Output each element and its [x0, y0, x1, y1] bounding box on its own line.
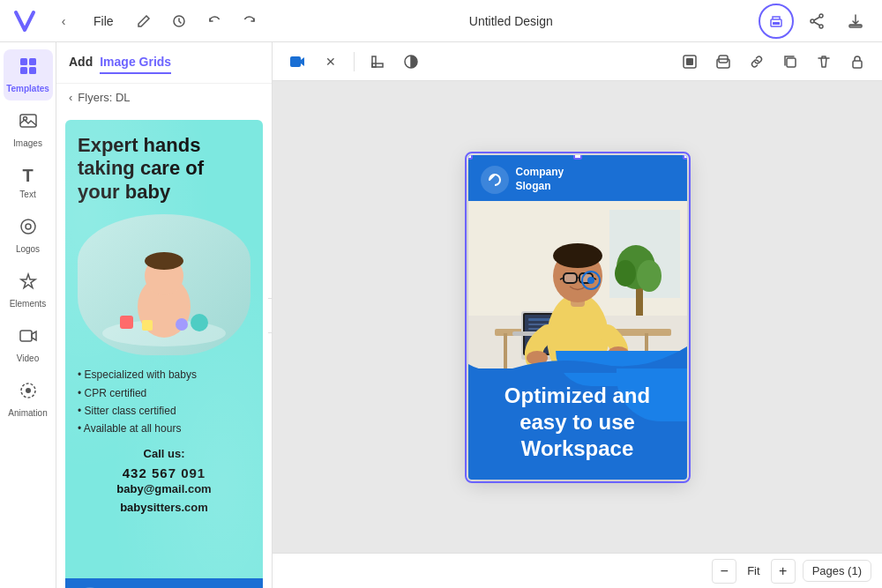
logos-icon — [19, 217, 38, 241]
text-icon: T — [22, 166, 33, 186]
undo-button[interactable] — [200, 7, 228, 35]
edit-icon-btn[interactable] — [130, 7, 158, 35]
handle-top-mid[interactable] — [573, 155, 582, 160]
svg-rect-32 — [787, 58, 796, 67]
svg-point-24 — [176, 318, 188, 331]
design-main-text: Optimized and easy to use Workspace — [481, 383, 675, 462]
svg-rect-52 — [579, 273, 593, 283]
canvas-tool-delete[interactable] — [810, 48, 838, 76]
canvas-tool-position[interactable] — [676, 48, 704, 76]
app-logo — [11, 7, 39, 35]
template-card[interactable]: Expert hands taking care of your baby — [64, 118, 265, 588]
breadcrumb-path: Flyers: DL — [78, 91, 130, 104]
sidebar-item-video[interactable]: Video — [4, 319, 53, 370]
bottom-bar: − Fit + Pages (1) — [273, 553, 882, 588]
elements-icon — [19, 272, 38, 295]
bottom-bar-controls: − Fit + Pages (1) — [712, 559, 871, 584]
svg-point-14 — [26, 224, 31, 229]
svg-rect-26 — [290, 56, 301, 67]
download-button[interactable] — [840, 5, 871, 37]
canvas-tool-layer[interactable] — [709, 48, 737, 76]
video-label: Video — [17, 354, 39, 363]
panel-sidebar: Add Image Grids ‹ Flyers: DL Expert hand… — [56, 42, 273, 588]
svg-rect-2 — [773, 22, 780, 25]
template-image-area — [78, 214, 250, 355]
panel-tab-image-grids[interactable]: Image Grids — [100, 51, 171, 74]
sidebar-item-elements[interactable]: Elements — [4, 264, 53, 316]
svg-rect-21 — [120, 316, 133, 329]
canvas-tool-link[interactable] — [743, 48, 771, 76]
svg-point-17 — [26, 388, 31, 393]
svg-rect-15 — [20, 331, 32, 341]
handle-top-right[interactable] — [683, 155, 687, 160]
icon-sidebar: Templates Images T Text Log — [0, 42, 56, 588]
svg-point-61 — [615, 260, 636, 287]
svg-point-4 — [819, 25, 823, 28]
baby-image — [78, 214, 250, 355]
file-menu[interactable]: File — [85, 11, 123, 32]
logos-label: Logos — [16, 244, 40, 254]
svg-rect-9 — [20, 67, 27, 74]
svg-rect-7 — [20, 58, 27, 65]
main-layout: Templates Images T Text Log — [0, 42, 882, 588]
svg-point-50 — [553, 243, 602, 268]
images-icon — [19, 111, 38, 135]
design-title: Untitled Design — [469, 14, 553, 28]
canvas-tool-contrast[interactable] — [397, 48, 425, 76]
video-icon — [19, 326, 38, 350]
handle-top-left[interactable] — [468, 155, 473, 160]
svg-rect-29 — [686, 58, 693, 65]
share-button[interactable] — [801, 5, 833, 37]
template-footer: Company Slogan — [65, 578, 263, 588]
svg-rect-33 — [853, 61, 862, 68]
pages-button[interactable]: Pages (1) — [803, 560, 871, 582]
redo-button[interactable] — [235, 7, 264, 35]
animation-label: Animation — [8, 408, 47, 418]
breadcrumb-back[interactable]: ‹ — [69, 91, 72, 104]
zoom-fit-label[interactable]: Fit — [744, 564, 763, 577]
design-logo-text: Company Slogan — [516, 166, 564, 193]
panel-content: Expert hands taking care of your baby — [56, 111, 272, 588]
back-button[interactable]: ‹ — [49, 7, 78, 35]
animation-icon — [19, 381, 38, 405]
sidebar-item-logos[interactable]: Logos — [4, 210, 53, 261]
canvas-tool-close[interactable]: ✕ — [317, 48, 345, 76]
design-text-area: Optimized and easy to use Workspace — [468, 368, 687, 480]
svg-rect-51 — [564, 273, 577, 283]
zoom-out-button[interactable]: − — [712, 559, 736, 584]
panel-header: Add Image Grids — [56, 42, 272, 84]
svg-rect-10 — [29, 67, 36, 74]
design-logo-icon — [481, 166, 509, 194]
svg-point-60 — [637, 260, 662, 292]
canvas-workspace[interactable]: Company Slogan — [273, 81, 882, 553]
svg-rect-8 — [29, 58, 36, 65]
zoom-in-button[interactable]: + — [771, 559, 796, 584]
sidebar-item-text[interactable]: T Text — [4, 159, 53, 206]
sidebar-item-templates[interactable]: Templates — [4, 49, 53, 100]
canvas-right-tools — [676, 48, 871, 76]
toolbar-separator — [354, 52, 355, 71]
svg-point-5 — [811, 19, 814, 23]
canvas-tool-crop[interactable] — [363, 48, 392, 76]
sidebar-item-images[interactable]: Images — [4, 104, 53, 155]
design-card[interactable]: Company Slogan — [468, 155, 687, 480]
design-photo-area — [468, 201, 687, 368]
canvas-tool-lock[interactable] — [843, 48, 871, 76]
images-label: Images — [13, 138, 42, 148]
top-bar: ‹ File Untitled Design — [0, 0, 882, 42]
svg-point-13 — [21, 220, 35, 234]
history-icon-btn[interactable] — [165, 7, 193, 35]
templates-icon — [19, 56, 38, 80]
canvas-tool-image[interactable] — [283, 48, 311, 76]
design-header: Company Slogan — [468, 155, 687, 201]
panel-breadcrumb: ‹ Flyers: DL — [56, 84, 272, 111]
sidebar-item-animation[interactable]: Animation — [4, 374, 53, 425]
panel-tab-add[interactable]: Add — [69, 51, 93, 74]
svg-point-22 — [191, 314, 208, 331]
print-button[interactable] — [759, 4, 794, 39]
svg-point-25 — [145, 252, 183, 270]
elements-label: Elements — [10, 299, 47, 309]
svg-rect-23 — [142, 320, 153, 331]
canvas-toolbar: ✕ — [273, 42, 882, 81]
canvas-tool-duplicate[interactable] — [776, 48, 804, 76]
